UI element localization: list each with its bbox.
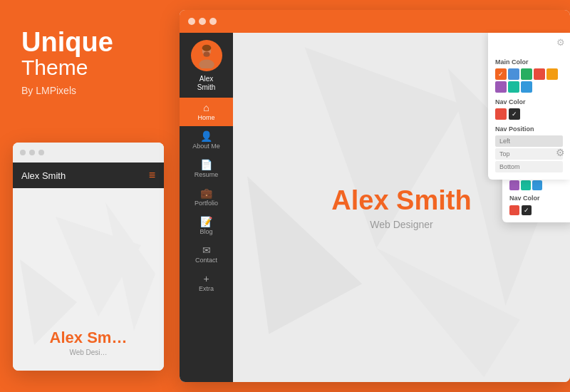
d-color-orange[interactable] xyxy=(495,68,507,80)
desktop-dot-1 xyxy=(188,18,195,25)
desktop-nav-color-row xyxy=(495,108,563,120)
svg-point-6 xyxy=(202,45,211,51)
sidebar-home-label: Home xyxy=(197,114,214,121)
svg-point-5 xyxy=(203,52,209,57)
d-color-sky[interactable] xyxy=(521,81,532,93)
home-icon: ⌂ xyxy=(203,103,209,113)
mobile-nav-color-label: Nav Color xyxy=(509,195,566,202)
desktop-dot-2 xyxy=(199,18,206,25)
title-theme: Theme xyxy=(21,56,155,79)
mobile-hamburger-icon[interactable]: ≡ xyxy=(149,170,155,181)
portfolio-icon: 💼 xyxy=(200,188,212,198)
sidebar-item-portfolio[interactable]: 💼 Portfolio xyxy=(180,183,233,212)
desktop-nav-color-label: Nav Color xyxy=(495,98,563,105)
sidebar-extra-label: Extra xyxy=(199,285,214,292)
sidebar-user-name: AlexSmith xyxy=(197,75,216,92)
nav-color-red[interactable] xyxy=(509,205,519,215)
sidebar-blog-label: Blog xyxy=(200,228,212,235)
d-color-teal[interactable] xyxy=(508,81,519,93)
mobile-alex-name: Alex Sm… xyxy=(50,329,128,347)
extra-icon: + xyxy=(203,274,209,284)
resume-icon: 📄 xyxy=(200,160,212,170)
about-icon: 👤 xyxy=(200,131,212,141)
sidebar-contact-label: Contact xyxy=(195,257,217,264)
sidebar-item-home[interactable]: ⌂ Home xyxy=(180,98,233,126)
desktop-main-color-grid xyxy=(495,68,563,93)
mobile-nav-color-row xyxy=(509,205,566,215)
desktop-top-bar xyxy=(180,10,570,33)
sidebar-portfolio-label: Portfolio xyxy=(195,200,218,207)
d-color-blue[interactable] xyxy=(508,68,519,80)
sidebar-item-resume[interactable]: 📄 Resume xyxy=(180,155,233,183)
sidebar-item-about[interactable]: 👤 About Me xyxy=(180,126,233,155)
mobile-mockup: Alex Smith ≡ Alex Sm… Web Desi… xyxy=(13,143,164,371)
by-lmpixels: By LMPixels xyxy=(21,85,155,96)
d-nav-red[interactable] xyxy=(495,108,507,120)
mobile-content: Alex Sm… Web Desi… xyxy=(13,188,164,371)
mobile-dot-3 xyxy=(38,150,44,155)
color-swatch-purple[interactable] xyxy=(509,180,519,190)
sidebar-item-extra[interactable]: + Extra xyxy=(180,269,233,297)
color-swatch-teal[interactable] xyxy=(521,180,531,190)
blog-icon: 📝 xyxy=(200,217,212,227)
title-unique: Unique xyxy=(21,29,155,56)
sidebar-item-contact[interactable]: ✉ Contact xyxy=(180,240,233,269)
nav-color-dark[interactable] xyxy=(522,205,532,215)
desktop-gear-icon[interactable]: ⚙ xyxy=(551,33,570,51)
desktop-main-title: Web Designer xyxy=(370,219,432,230)
sidebar-item-blog[interactable]: 📝 Blog xyxy=(180,212,233,240)
gear-icon[interactable]: ⚙ xyxy=(552,145,568,160)
d-nav-dark[interactable] xyxy=(509,108,520,120)
desktop-sidebar: AlexSmith ⌂ Home 👤 About Me 📄 Resume 💼 P… xyxy=(180,33,233,382)
svg-point-4 xyxy=(199,59,214,68)
avatar xyxy=(191,40,222,71)
sidebar-about-label: About Me xyxy=(192,143,220,150)
d-color-red[interactable] xyxy=(534,68,545,80)
color-swatch-sky[interactable] xyxy=(532,180,542,190)
mobile-dot-1 xyxy=(20,150,26,155)
mobile-nav-name: Alex Smith xyxy=(21,170,66,181)
desktop-main-name: Alex Smith xyxy=(331,185,471,216)
desktop-nav-position-label: Nav Position xyxy=(495,125,563,133)
mobile-dot-2 xyxy=(29,150,35,155)
desktop-dot-3 xyxy=(209,18,217,25)
contact-icon: ✉ xyxy=(202,245,211,255)
desktop-main-color-label: Main Color xyxy=(495,58,563,66)
nav-pos-bottom[interactable]: Bottom xyxy=(495,161,563,172)
mobile-nav-bar: Alex Smith ≡ xyxy=(13,163,164,188)
mobile-top-bar xyxy=(13,143,164,163)
sidebar-resume-label: Resume xyxy=(195,171,219,178)
d-color-yellow[interactable] xyxy=(546,68,558,80)
d-color-green[interactable] xyxy=(521,68,532,80)
d-color-purple[interactable] xyxy=(495,81,507,93)
mobile-web-designer: Web Desi… xyxy=(69,349,107,356)
